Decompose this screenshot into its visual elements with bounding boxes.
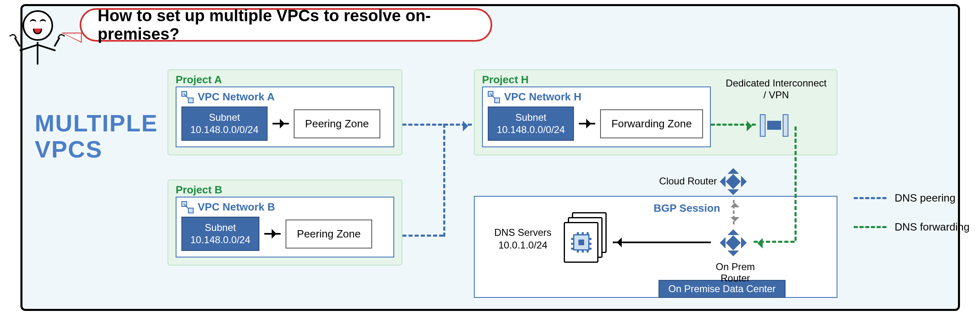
dns-peering-line (443, 124, 445, 237)
forwarding-zone: Forwarding Zone (600, 109, 703, 138)
interconnect-label: Dedicated Interconnect / VPN (723, 78, 829, 101)
legend-line-peering (854, 197, 886, 199)
vpc-a-name: VPC Network A (198, 91, 275, 103)
onprem-router-label: On Prem Router (711, 261, 760, 284)
cloud-router-icon (719, 167, 748, 196)
dns-servers: DNS Servers 10.0.1.0/24 (494, 212, 609, 265)
question-title: How to set up multiple VPCs to resolve o… (98, 7, 491, 43)
vpc-icon (181, 91, 194, 103)
onprem-router-icon (719, 228, 748, 257)
dns-forwarding-line (795, 126, 797, 241)
arrow-icon (613, 242, 711, 243)
arrow-icon (264, 233, 281, 235)
subnet-h: Subnet 10.148.0.0/0/24 (488, 106, 574, 141)
vpc-network-b: VPC Network B Subnet 10.148.0.0/24 Peeri… (176, 197, 394, 257)
subnet-b: Subnet 10.148.0.0/24 (181, 217, 259, 251)
subnet-b-label: Subnet (190, 222, 250, 234)
dns-servers-label: DNS Servers (494, 226, 551, 239)
dns-peering-line (402, 124, 472, 126)
legend-label-forwarding: DNS forwarding (895, 221, 970, 233)
peering-zone-a: Peering Zone (294, 109, 380, 138)
legend: DNS peering DNS forwarding (854, 192, 970, 250)
vpc-icon (488, 91, 500, 103)
vpc-network-h: VPC Network H Subnet 10.148.0.0/0/24 For… (482, 87, 711, 147)
speech-bubble: How to set up multiple VPCs to resolve o… (80, 8, 492, 42)
diagram-title-line2: VPCS (35, 136, 158, 162)
server-stack-icon (564, 212, 609, 265)
peering-zone-b: Peering Zone (286, 220, 372, 248)
diagram-title: MULTIPLE VPCS (35, 110, 158, 162)
project-a-box: Project A VPC Network A Subnet 10.148.0.… (167, 69, 402, 155)
chip-icon (573, 234, 589, 251)
legend-label-peering: DNS peering (895, 192, 955, 204)
bgp-session-line (733, 200, 734, 224)
subnet-h-cidr: 10.148.0.0/0/24 (497, 124, 565, 136)
dns-peering-line (402, 235, 443, 237)
arrow-icon (579, 123, 595, 124)
project-b-label: Project B (176, 184, 222, 196)
confused-person-icon (10, 10, 67, 71)
subnet-a-cidr: 10.148.0.0/0/24 (190, 124, 259, 136)
cloud-router-label: Cloud Router (652, 175, 717, 187)
diagram-title-line1: MULTIPLE (35, 110, 158, 136)
interconnect-icon (760, 114, 788, 137)
project-a-label: Project A (176, 73, 222, 86)
project-b-box: Project B VPC Network B Subnet 10.148.0.… (167, 180, 402, 266)
subnet-b-cidr: 10.148.0.0/24 (190, 234, 250, 246)
subnet-a-label: Subnet (190, 111, 259, 124)
subnet-h-label: Subnet (497, 111, 565, 124)
subnet-a: Subnet 10.148.0.0/0/24 (181, 106, 268, 141)
arrow-icon (272, 123, 289, 124)
dns-forwarding-line (711, 124, 756, 126)
dns-forwarding-line (754, 241, 795, 243)
legend-line-forwarding (854, 226, 886, 228)
vpc-b-name: VPC Network B (198, 201, 275, 213)
vpc-network-a: VPC Network A Subnet 10.148.0.0/0/24 Pee… (176, 87, 394, 147)
bgp-session-label: BGP Session (654, 202, 720, 215)
vpc-h-name: VPC Network H (504, 91, 581, 103)
dns-servers-cidr: 10.0.1.0/24 (494, 239, 551, 251)
project-h-label: Project H (482, 73, 529, 86)
vpc-icon (181, 201, 194, 213)
